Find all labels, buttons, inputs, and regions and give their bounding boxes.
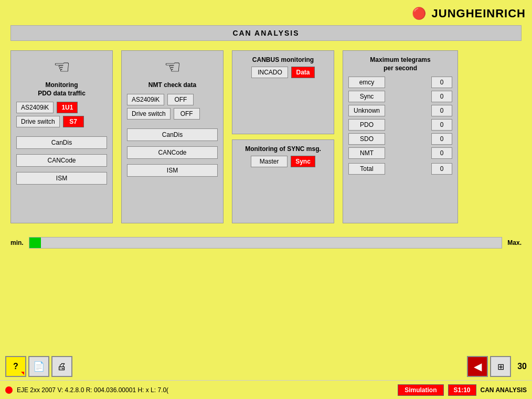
- sync-btn[interactable]: Sync: [291, 156, 315, 167]
- nmt-device1-btn[interactable]: AS2409iK: [127, 94, 164, 105]
- nmt-row1: AS2409iK OFF: [127, 94, 218, 105]
- nmt-device2-btn[interactable]: Drive switch: [127, 108, 171, 120]
- total-value: 0: [431, 163, 452, 175]
- nmt-title-text: NMT check data: [127, 81, 218, 90]
- total-label: Total: [348, 163, 385, 175]
- ism-btn-monitoring[interactable]: ISM: [16, 172, 107, 185]
- simulation-button[interactable]: Simulation: [398, 384, 443, 396]
- monitoring-title-line1: Monitoring: [16, 81, 107, 90]
- progress-area: min. Max.: [0, 237, 532, 249]
- telegrams-rows: emcy 0 Sync 0 Unknown 0 PDO 0 SDO 0 NMT …: [348, 77, 452, 159]
- canbus-column: CANBUS monitoring INCADO Data Monitoring…: [232, 50, 334, 223]
- telegram-row-4: SDO 0: [348, 133, 452, 145]
- telegrams-title-line2: per second: [348, 64, 452, 73]
- nmt-icon-area: ☞: [127, 56, 218, 78]
- panel-nmt: ☞ NMT check data AS2409iK OFF Drive swit…: [121, 50, 224, 223]
- panel-monitoring: ☞ Monitoring PDO data traffic AS2409iK 1…: [10, 50, 113, 223]
- canbus-monitoring-row: INCADO Data: [238, 67, 328, 78]
- monitoring-title-line2: PDO data traffic: [16, 90, 107, 98]
- cancode-btn-monitoring[interactable]: CANCode: [16, 154, 107, 167]
- divider1: [16, 130, 107, 136]
- nmt-device2-value[interactable]: OFF: [174, 108, 200, 120]
- status-indicator: [5, 386, 13, 394]
- telegram-row-0: emcy 0: [348, 77, 452, 88]
- tele-label-1: Sync: [348, 91, 385, 102]
- tele-label-0: emcy: [348, 77, 385, 88]
- back-button[interactable]: ◀: [467, 356, 488, 377]
- hand-icon-nmt: ☞: [164, 56, 181, 78]
- panel-sync: Monitoring of SYNC msg. Master Sync: [232, 139, 334, 223]
- telegram-row-3: PDO 0: [348, 119, 452, 131]
- document-button[interactable]: 📄: [28, 356, 49, 377]
- candis-btn-monitoring[interactable]: CanDis: [16, 136, 107, 149]
- sync-monitoring-row: Master Sync: [238, 156, 328, 167]
- s1-button[interactable]: S1:10: [448, 384, 476, 396]
- bottom-toolbar: ? 📄 🖨 ◀ ⊞ 30: [0, 353, 532, 380]
- grid-icon: ⊞: [497, 362, 504, 372]
- tele-label-5: NMT: [348, 147, 385, 159]
- canbus-monitoring-title: CANBUS monitoring: [238, 56, 328, 63]
- status-right-label: CAN ANALYSIS: [481, 386, 527, 394]
- divider2: [127, 122, 218, 128]
- incado-btn[interactable]: INCADO: [251, 67, 288, 78]
- hand-icon-monitoring: ☞: [54, 56, 70, 78]
- corner-arrow-icon: [21, 372, 24, 375]
- monitoring-device2-value[interactable]: S7: [63, 116, 84, 127]
- master-btn[interactable]: Master: [251, 156, 288, 167]
- monitoring-device2-btn[interactable]: Drive switch: [16, 116, 60, 127]
- title-bar: CAN ANALYSIS: [10, 25, 522, 41]
- doc-icon: 📄: [33, 361, 45, 372]
- tele-value-0: 0: [431, 77, 452, 88]
- grid-button[interactable]: ⊞: [490, 356, 511, 377]
- tele-label-3: PDO: [348, 119, 385, 131]
- toolbar-left: ? 📄 🖨: [5, 356, 72, 377]
- tele-label-2: Unknown: [348, 105, 385, 116]
- back-icon: ◀: [474, 360, 482, 373]
- logo-arrow: 🔴: [412, 7, 427, 20]
- status-text: EJE 2xx 2007 V: 4.2.8.0 R: 004.036.00001…: [17, 386, 393, 394]
- tele-value-1: 0: [431, 91, 452, 102]
- print-icon: 🖨: [57, 361, 67, 372]
- top-header: 🔴 JUNGHEINRICH: [0, 0, 532, 25]
- panel-canbus: CANBUS monitoring INCADO Data: [232, 50, 334, 134]
- tele-label-4: SDO: [348, 133, 385, 145]
- page-number: 30: [517, 362, 527, 371]
- candis-btn-nmt[interactable]: CanDis: [127, 128, 218, 141]
- telegram-row-2: Unknown 0: [348, 105, 452, 116]
- logo-text: JUNGHEINRICH: [432, 7, 526, 20]
- progress-bar-fill: [29, 238, 41, 248]
- progress-bar: [29, 237, 503, 249]
- logo: 🔴 JUNGHEINRICH: [412, 7, 526, 20]
- sync-monitoring-title: Monitoring of SYNC msg.: [238, 145, 328, 153]
- telegrams-title: Maximum telegrams per second: [348, 56, 452, 72]
- telegram-row-1: Sync 0: [348, 91, 452, 102]
- tele-value-4: 0: [431, 133, 452, 145]
- status-bar: EJE 2xx 2007 V: 4.2.8.0 R: 004.036.00001…: [0, 380, 532, 399]
- toolbar-right: ◀ ⊞ 30: [467, 356, 527, 377]
- ism-btn-nmt[interactable]: ISM: [127, 164, 218, 177]
- min-label: min.: [10, 239, 24, 246]
- monitoring-icon-area: ☞: [16, 56, 107, 78]
- print-button[interactable]: 🖨: [51, 356, 72, 377]
- telegrams-total-row: Total 0: [348, 163, 452, 175]
- help-icon: ?: [13, 362, 18, 371]
- monitoring-device1-btn[interactable]: AS2409iK: [16, 102, 54, 113]
- monitoring-row2: Drive switch S7: [16, 116, 107, 127]
- page-title: CAN ANALYSIS: [232, 29, 299, 37]
- cancode-btn-nmt[interactable]: CANCode: [127, 146, 218, 159]
- nmt-device1-value[interactable]: OFF: [167, 94, 194, 105]
- nmt-title: NMT check data: [127, 81, 218, 90]
- telegram-row-5: NMT 0: [348, 147, 452, 159]
- monitoring-title: Monitoring PDO data traffic: [16, 81, 107, 98]
- tele-value-2: 0: [431, 105, 452, 116]
- monitoring-device1-value[interactable]: 1U1: [57, 102, 78, 113]
- data-btn[interactable]: Data: [291, 67, 314, 78]
- monitoring-row1: AS2409iK 1U1: [16, 102, 107, 113]
- nmt-row2: Drive switch OFF: [127, 108, 218, 120]
- main-content: ☞ Monitoring PDO data traffic AS2409iK 1…: [0, 45, 532, 229]
- tele-value-5: 0: [431, 147, 452, 159]
- help-button[interactable]: ?: [5, 356, 26, 377]
- telegrams-title-line1: Maximum telegrams: [348, 56, 452, 64]
- panel-telegrams: Maximum telegrams per second emcy 0 Sync…: [343, 50, 458, 223]
- max-label: Max.: [507, 239, 522, 246]
